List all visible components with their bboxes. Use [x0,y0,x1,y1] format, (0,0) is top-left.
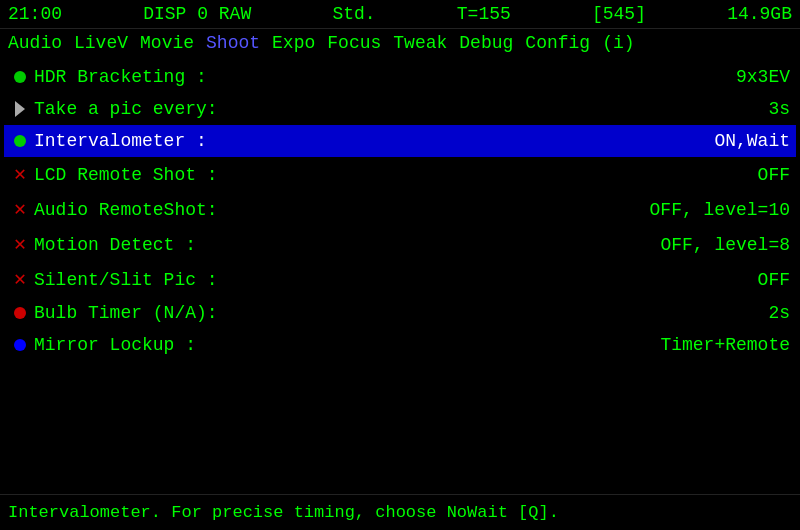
menu-row[interactable]: Mirror Lockup : Timer+Remote [4,329,796,361]
row-value: 9x3EV [736,64,790,90]
x-icon: ✕ [14,195,26,224]
disp-raw: DISP 0 RAW [143,4,251,24]
row-label: LCD Remote Shot : [34,162,758,188]
red-dot-icon [14,307,26,319]
row-value: OFF [758,267,790,293]
row-value: OFF [758,162,790,188]
footer: Intervalometer. For precise timing, choo… [0,494,800,530]
time: 21:00 [8,4,62,24]
menu-bar: AudioLiveVMovieShootExpoFocusTweakDebugC… [0,29,800,57]
row-value: 3s [768,96,790,122]
row-label: Bulb Timer (N/A): [34,300,768,326]
shots: [545] [592,4,646,24]
footer-text: Intervalometer. For precise timing, choo… [8,503,559,522]
menu-row[interactable]: HDR Bracketing : 9x3EV [4,61,796,93]
storage: 14.9GB [727,4,792,24]
menu-row[interactable]: ✕LCD Remote Shot : OFF [4,157,796,192]
menu-item-i[interactable]: (i) [602,33,634,53]
row-label: Silent/Slit Pic : [34,267,758,293]
row-value: OFF, level=8 [660,232,790,258]
menu-row[interactable]: ✕Silent/Slit Pic : OFF [4,262,796,297]
row-value: ON,Wait [714,128,790,154]
menu-row[interactable]: Intervalometer : ON,Wait [4,125,796,157]
blue-dot-icon [14,339,26,351]
row-label: Take a pic every: [34,96,768,122]
x-icon: ✕ [14,230,26,259]
triangle-icon [15,101,25,117]
row-label: Audio RemoteShot: [34,197,650,223]
row-label: Motion Detect : [34,232,660,258]
row-value: Timer+Remote [660,332,790,358]
row-label: Intervalometer : [34,128,714,154]
menu-item-debug[interactable]: Debug [459,33,513,53]
std: Std. [332,4,375,24]
status-bar: 21:00 DISP 0 RAW Std. T=155 [545] 14.9GB [0,0,800,29]
x-icon: ✕ [14,265,26,294]
menu-item-movie[interactable]: Movie [140,33,194,53]
row-label: HDR Bracketing : [34,64,736,90]
menu-item-expo[interactable]: Expo [272,33,315,53]
x-icon: ✕ [14,160,26,189]
temp: T=155 [457,4,511,24]
menu-item-audio[interactable]: Audio [8,33,62,53]
menu-item-livev[interactable]: LiveV [74,33,128,53]
menu-row[interactable]: ✕Audio RemoteShot: OFF, level=10 [4,192,796,227]
row-value: OFF, level=10 [650,197,790,223]
menu-row[interactable]: ✕Motion Detect : OFF, level=8 [4,227,796,262]
menu-row[interactable]: Bulb Timer (N/A): 2s [4,297,796,329]
row-label: Mirror Lockup : [34,332,660,358]
menu-item-shoot[interactable]: Shoot [206,33,260,53]
menu-item-tweak[interactable]: Tweak [393,33,447,53]
green-dot-icon [14,135,26,147]
content-area: HDR Bracketing : 9x3EVTake a pic every: … [0,57,800,365]
green-dot-icon [14,71,26,83]
row-value: 2s [768,300,790,326]
menu-item-config[interactable]: Config [525,33,590,53]
menu-item-focus[interactable]: Focus [327,33,381,53]
menu-row[interactable]: Take a pic every: 3s [4,93,796,125]
